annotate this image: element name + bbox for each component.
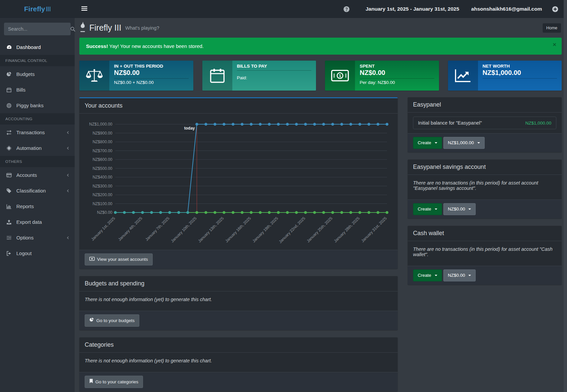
sidebar-item-classification[interactable]: Classification bbox=[0, 183, 75, 198]
go-to-budgets-button[interactable]: Go to your budgets bbox=[85, 314, 139, 327]
divider bbox=[114, 78, 189, 79]
caret-down-icon bbox=[435, 142, 437, 145]
bullseye-icon bbox=[5, 103, 13, 108]
balance-dropdown-button[interactable]: NZ$0.00 bbox=[443, 203, 476, 215]
card-header: Your accounts bbox=[79, 98, 398, 114]
sidebar-item-export-data[interactable]: Export data bbox=[0, 214, 75, 230]
alert-strong: Success! bbox=[86, 43, 108, 49]
create-dropdown-button[interactable]: Create bbox=[413, 137, 442, 149]
svg-text:January 10th, 2025: January 10th, 2025 bbox=[170, 216, 198, 243]
infobox-detail: Paid: bbox=[237, 75, 312, 80]
sidebar-item-dashboard[interactable]: Dashboard bbox=[0, 39, 75, 55]
calendar-icon bbox=[5, 87, 13, 93]
fire-icon bbox=[79, 22, 86, 34]
create-dropdown-button[interactable]: Create bbox=[413, 269, 442, 281]
sidebar-item-reports[interactable]: Reports bbox=[0, 198, 75, 214]
infobox-net-worth: NET WORTH NZ$1,000.00 bbox=[448, 61, 562, 91]
bar-chart-icon bbox=[5, 204, 13, 209]
svg-text:NZ$200.00: NZ$200.00 bbox=[93, 193, 113, 197]
create-dropdown-button[interactable]: Create bbox=[413, 203, 442, 215]
sidebar-item-piggy-banks[interactable]: Piggy banks bbox=[0, 98, 75, 113]
card-header: Easypanel bbox=[408, 97, 562, 113]
infobox-detail: NZ$0.00 + NZ$0.00 bbox=[114, 80, 189, 85]
sidebar-item-label: Classification bbox=[16, 188, 46, 194]
go-to-categories-button[interactable]: Go to your categories bbox=[85, 376, 143, 388]
chevron-left-icon bbox=[66, 236, 70, 240]
button-label: Go to your categories bbox=[95, 379, 138, 385]
breadcrumb-home[interactable]: Home bbox=[543, 23, 561, 33]
search-icon[interactable] bbox=[70, 27, 75, 32]
accounts-chart[interactable]: NZ$0.00NZ$100.00NZ$200.00NZ$300.00NZ$400… bbox=[85, 118, 392, 246]
date-range-picker[interactable]: January 1st, 2025 - January 31st, 2025 bbox=[366, 6, 459, 12]
sidebar-item-accounts[interactable]: Accounts bbox=[0, 167, 75, 183]
infobox-title: BILLS TO PAY bbox=[237, 64, 312, 69]
caret-down-icon bbox=[477, 142, 480, 145]
sidebar-item-label: Piggy banks bbox=[16, 103, 44, 108]
button-label: Create bbox=[418, 140, 431, 146]
card-title: Easypanel bbox=[413, 101, 441, 108]
svg-text:NZ$1,000.00: NZ$1,000.00 bbox=[89, 122, 113, 127]
card-title: Budgets and spending bbox=[85, 280, 144, 287]
user-email-link[interactable]: ahsonshaikh616@gmail.com bbox=[471, 6, 542, 12]
svg-text:NZ$0.00: NZ$0.00 bbox=[97, 210, 112, 215]
success-alert: Success! Yay! Your new accounts have bee… bbox=[79, 38, 562, 55]
transaction-link[interactable]: Initial balance for "Easypanel" bbox=[418, 120, 482, 126]
sidebar-item-label: Budgets bbox=[16, 71, 35, 77]
caret-down-icon bbox=[468, 275, 471, 277]
svg-text:1: 1 bbox=[339, 73, 341, 78]
sidebar-toggle-button[interactable] bbox=[81, 6, 87, 12]
page-scrollbar[interactable] bbox=[564, 0, 567, 392]
balance-dropdown-button[interactable]: NZ$1,000.00 bbox=[443, 137, 485, 149]
sidebar-item-label: Dashboard bbox=[16, 44, 41, 50]
view-asset-accounts-button[interactable]: View your asset accounts bbox=[85, 253, 153, 265]
bookmark-icon bbox=[89, 379, 93, 385]
plus-circle-icon[interactable] bbox=[552, 6, 558, 12]
svg-text:January 22nd, 2025: January 22nd, 2025 bbox=[278, 216, 306, 244]
button-label: NZ$0.00 bbox=[448, 272, 465, 278]
brand-logo-secondary: III bbox=[46, 5, 51, 13]
sidebar-item-automation[interactable]: Automation bbox=[0, 140, 75, 156]
pie-chart-icon bbox=[89, 317, 94, 324]
sidebar-item-label: Automation bbox=[16, 145, 42, 151]
divider bbox=[360, 78, 434, 79]
svg-text:NZ$100.00: NZ$100.00 bbox=[93, 201, 113, 206]
sidebar-item-bills[interactable]: Bills bbox=[0, 82, 75, 98]
card-title: Your accounts bbox=[85, 102, 122, 109]
whats-playing-link[interactable]: What's playing? bbox=[125, 25, 159, 31]
help-icon[interactable] bbox=[343, 6, 350, 12]
sidebar-item-label: Accounts bbox=[16, 172, 37, 178]
brand-logo[interactable]: Firefly III bbox=[0, 0, 75, 18]
caret-down-icon bbox=[435, 208, 437, 211]
button-label: NZ$0.00 bbox=[448, 206, 465, 212]
chevron-left-icon bbox=[66, 189, 70, 193]
infobox-bills-to-pay: BILLS TO PAY Paid: bbox=[202, 61, 316, 91]
no-transactions-text: There are no transactions (in this perio… bbox=[413, 245, 556, 262]
transaction-amount: NZ$1,000.00 bbox=[525, 121, 551, 126]
brand-logo-primary: Firefly bbox=[24, 5, 45, 13]
svg-text:January 7th, 2025: January 7th, 2025 bbox=[144, 216, 170, 242]
infobox-title: SPENT bbox=[360, 64, 434, 69]
infobox-in-out: IN + OUT THIS PERIOD NZ$0.00 NZ$0.00 + N… bbox=[79, 61, 193, 91]
budgets-spending-card: Budgets and spending There is not enough… bbox=[79, 276, 398, 330]
close-icon[interactable]: × bbox=[553, 41, 556, 48]
sidebar-item-transactions[interactable]: Transactions bbox=[0, 125, 75, 140]
svg-text:NZ$400.00: NZ$400.00 bbox=[93, 175, 113, 180]
sidebar-item-options[interactable]: Options bbox=[0, 230, 75, 245]
sidebar-item-logout[interactable]: Logout bbox=[0, 245, 75, 261]
empty-chart-text: There is not enough information (yet) to… bbox=[85, 295, 392, 307]
balance-scale-icon bbox=[79, 61, 109, 91]
page-title: Firefly III bbox=[89, 23, 121, 33]
sidebar-section-accounting: ACCOUNTING bbox=[0, 113, 75, 125]
button-label: Go to your budgets bbox=[96, 318, 135, 324]
svg-text:NZ$500.00: NZ$500.00 bbox=[93, 166, 113, 171]
svg-text:NZ$600.00: NZ$600.00 bbox=[93, 157, 113, 162]
button-label: Create bbox=[418, 272, 431, 278]
sidebar-section-others: OTHERS bbox=[0, 156, 75, 167]
easypanel-savings-card: Easypanel savings account There are no t… bbox=[408, 160, 562, 218]
svg-text:January 13th, 2025: January 13th, 2025 bbox=[197, 216, 225, 243]
infobox-title: IN + OUT THIS PERIOD bbox=[114, 64, 189, 69]
balance-dropdown-button[interactable]: NZ$0.00 bbox=[443, 269, 476, 281]
search-input[interactable] bbox=[8, 26, 70, 32]
sidebar-item-budgets[interactable]: Budgets bbox=[0, 66, 75, 82]
infobox-value: NZ$0.00 bbox=[114, 69, 189, 77]
